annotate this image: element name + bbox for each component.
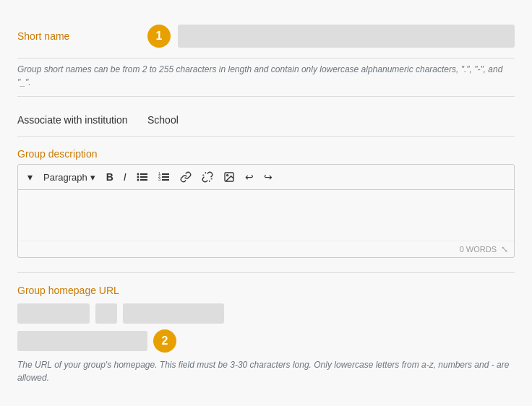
svg-rect-3	[140, 176, 147, 178]
url-input-row: 2	[17, 329, 515, 353]
url-row	[17, 303, 515, 324]
url-domain-mock	[123, 303, 224, 324]
word-count: 0 WORDS	[460, 245, 497, 254]
editor-container: ▾ Paragraph ▾ B I	[17, 164, 515, 258]
link-icon	[180, 171, 192, 183]
svg-point-2	[137, 176, 139, 178]
short-name-hint: Group short names can be from 2 to 255 c…	[17, 63, 515, 97]
group-homepage-url-section: Group homepage URL 2 The URL of your gro…	[17, 285, 515, 384]
numbered-list-icon: 1. 2. 3.	[158, 171, 170, 183]
bullet-list-icon	[137, 171, 148, 183]
associate-institution-row: Associate with institution School	[17, 104, 515, 137]
svg-rect-7	[162, 173, 169, 175]
toolbar-link-button[interactable]	[176, 169, 195, 185]
toolbar-bullet-list-button[interactable]	[133, 169, 152, 185]
toolbar-unlink-button[interactable]	[198, 169, 217, 185]
group-description-label: Group description	[17, 148, 515, 160]
svg-rect-1	[140, 173, 147, 175]
group-description-section: Group description ▾ Paragraph ▾ B I	[17, 148, 515, 273]
toolbar-bold-button[interactable]: B	[103, 169, 117, 185]
associate-institution-value: School	[147, 114, 179, 126]
svg-point-17	[226, 175, 228, 176]
url-separator-mock	[95, 303, 117, 324]
redo-icon: ↪	[264, 171, 273, 183]
short-name-input[interactable]	[178, 25, 515, 48]
editor-footer: 0 WORDS ⤡	[18, 241, 514, 257]
toolbar-numbered-list-button[interactable]: 1. 2. 3.	[155, 169, 173, 185]
step-badge-2: 2	[153, 329, 176, 353]
url-hint: The URL of your group's homepage. This f…	[17, 358, 515, 384]
italic-icon: I	[124, 171, 126, 183]
step-badge-1: 1	[147, 25, 171, 48]
short-name-label: Short name	[17, 30, 147, 42]
svg-point-4	[137, 179, 139, 181]
url-input[interactable]	[17, 331, 147, 351]
associate-institution-label: Associate with institution	[17, 114, 147, 126]
svg-point-0	[137, 173, 139, 176]
paragraph-label: Paragraph	[43, 172, 87, 183]
svg-text:3.: 3.	[158, 177, 161, 181]
toolbar-redo-button[interactable]: ↪	[260, 169, 276, 185]
toolbar-chevron-icon[interactable]: ▾	[24, 169, 36, 185]
unlink-icon	[202, 171, 213, 183]
toolbar-italic-button[interactable]: I	[120, 169, 130, 185]
bold-icon: B	[106, 171, 113, 183]
toolbar-image-button[interactable]	[220, 169, 239, 185]
paragraph-chevron-icon: ▾	[90, 172, 95, 183]
svg-rect-5	[140, 179, 147, 181]
undo-icon: ↩	[245, 171, 254, 183]
resize-handle-icon: ⤡	[501, 244, 508, 254]
editor-toolbar: ▾ Paragraph ▾ B I	[18, 165, 514, 190]
image-icon	[223, 171, 235, 183]
svg-rect-11	[162, 179, 169, 181]
toolbar-paragraph-select[interactable]: Paragraph ▾	[39, 170, 100, 185]
svg-rect-9	[162, 176, 169, 178]
editor-body[interactable]	[18, 190, 514, 241]
short-name-input-area: 1	[147, 25, 515, 48]
toolbar-undo-button[interactable]: ↩	[241, 169, 257, 185]
chevron-icon: ▾	[27, 171, 33, 183]
group-homepage-url-label: Group homepage URL	[17, 285, 515, 296]
url-prefix-mock	[17, 303, 90, 324]
short-name-row: Short name 1	[17, 14, 515, 59]
